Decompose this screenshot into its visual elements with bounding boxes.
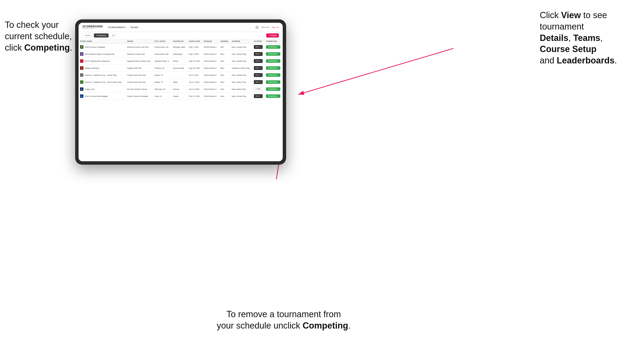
cell-venue: Sahalee Country Club (126, 51, 153, 58)
cell-start: Jan 14, 2024 (188, 86, 202, 93)
competing-button[interactable]: Competing ✓ (266, 59, 280, 63)
cell-competing: Competing ✓ (264, 72, 283, 79)
table-row: I OFCC Fighting Illini Invitational Olym… (78, 58, 283, 65)
cell-hosted: Michigan State (172, 44, 188, 51)
cell-venue: American Dunes Golf Club (126, 44, 153, 51)
edit-button[interactable]: ✏ Edit (254, 87, 262, 91)
cell-city: Lihue, HI (153, 93, 172, 100)
tournaments-table: EVENT NAME VENUE CITY, STATE HOSTED BY S… (78, 39, 283, 100)
col-event-name: EVENT NAME (78, 39, 126, 44)
competing-label-left: Competing (24, 43, 70, 52)
cell-division: NCAA Division I (202, 93, 219, 100)
nav-tournaments[interactable]: TOURNAMENTS (108, 26, 125, 28)
cell-division: NCAA Division I (202, 86, 219, 93)
user-icon (255, 26, 259, 29)
nav-bar: SCOREBOARD Powered by clipp TOURNAMENTS … (78, 23, 283, 32)
table-container: EVENT NAME VENUE CITY, STATE HOSTED BY S… (78, 39, 283, 161)
competing-button[interactable]: Competing ✓ (266, 87, 280, 91)
event-name: Folds of Honor Collegiate (84, 46, 105, 48)
cell-actions: View ⓘ (252, 44, 265, 51)
cell-scoring: team, Stroke Play (230, 44, 252, 51)
cell-scoring: team, Stroke Play (230, 58, 252, 65)
competing-button[interactable]: Competing ✓ (266, 73, 280, 77)
cell-event-name: 🦁 Folds of Honor Collegiate (78, 44, 126, 51)
cell-hosted: ABAC (172, 79, 188, 86)
cell-event-name: I OFCC Fighting Illini Invitational (78, 58, 126, 65)
cell-event-name: H John A. Burns Intercollegiate (78, 93, 126, 100)
cell-division: NCAA Division I (202, 72, 219, 79)
view-button[interactable]: View ⓘ (254, 94, 262, 98)
school-icon: H (80, 94, 84, 98)
filter-all[interactable]: All (110, 33, 117, 37)
table-row: H John A. Burns Intercollegiate Ocean Co… (78, 93, 283, 100)
svg-line-2 (298, 48, 454, 94)
competing-button[interactable]: Competing ✓ (266, 52, 280, 56)
cell-division: NCAA Division I (202, 79, 219, 86)
cell-competing: Competing ✓ (264, 58, 283, 65)
cell-city: Sammamish, WA (153, 51, 172, 58)
cell-city: Phoenix, AZ (153, 65, 172, 72)
cell-scoring: team, Stroke Play (230, 51, 252, 58)
cell-competing: Competing ✓ (264, 79, 283, 86)
col-gender: GENDER (219, 39, 230, 44)
view-button[interactable]: View ⓘ (254, 59, 262, 63)
school-icon: W (80, 52, 84, 56)
nav-user: Test User (261, 26, 270, 28)
cell-scoring: team, Match Play (230, 79, 252, 86)
cell-hosted: Arizona (172, 86, 188, 93)
cell-venue: Trinity Forest Golf Club (126, 72, 153, 79)
logo-area: SCOREBOARD Powered by clipp (82, 25, 103, 29)
cell-gender: Men (219, 93, 230, 100)
cell-actions: View ⓘ (252, 65, 265, 72)
filter-competing[interactable]: Competing (94, 33, 109, 37)
tablet-screen: SCOREBOARD Powered by clipp TOURNAMENTS … (78, 23, 283, 161)
competing-button[interactable]: Competing ✓ (266, 66, 280, 70)
view-button[interactable]: View ⓘ (254, 52, 262, 56)
school-icon: 🍃 (80, 66, 84, 70)
event-name: 2023 Sahalee Players Championship (84, 53, 114, 55)
cell-event-name: W 2023 Sahalee Players Championship (78, 51, 126, 58)
competing-button[interactable]: Competing ✓ (266, 80, 280, 84)
view-button[interactable]: View ⓘ (254, 73, 262, 77)
cell-start: Feb 15, 2024 (188, 93, 202, 100)
cell-city: Dallas, TX (153, 79, 172, 86)
cell-scoring: team, Stroke Play (230, 93, 252, 100)
cell-gender: Men (219, 86, 230, 93)
cell-event-name: 🍃 Papago Individual (78, 65, 126, 72)
table-row: 🦁 Folds of Honor Collegiate American Dun… (78, 44, 283, 51)
cell-hosted: Illinois (172, 58, 188, 65)
event-name: Jackson T. Stephens Cup – Men's Match Pl… (84, 81, 122, 83)
cell-city: Dallas, TX (153, 72, 172, 79)
view-button[interactable]: View ⓘ (254, 45, 262, 49)
cell-hosted: Arizona State (172, 65, 188, 72)
cell-start: Sep 15, 2023 (188, 58, 202, 65)
create-button[interactable]: + Create (266, 33, 279, 37)
cell-hosted: Hawaii (172, 93, 188, 100)
view-button[interactable]: View ⓘ (254, 66, 262, 70)
cell-event-name: ☆ Jackson T. Stephens Cup – Stroke Play (78, 72, 126, 79)
cell-scoring: individual, Stroke Play (230, 65, 252, 72)
cell-actions: ✏ Edit (252, 86, 265, 93)
logo-text: SCOREBOARD (82, 25, 103, 28)
annotation-bottom: To remove a tournament from your schedul… (199, 309, 368, 332)
filter-home[interactable]: Home (82, 33, 93, 37)
col-division: DIVISION (202, 39, 219, 44)
tablet-frame: SCOREBOARD Powered by clipp TOURNAMENTS … (75, 19, 286, 165)
competing-button[interactable]: Competing ✓ (266, 94, 280, 98)
nav-teams[interactable]: TEAMS (130, 26, 138, 28)
event-name: Copper Cup (84, 88, 94, 90)
annotation-top-right: Click View to see tournament Details, Te… (540, 10, 642, 66)
cell-scoring: team, Match Play (230, 86, 252, 93)
school-icon: 🦁 (80, 45, 84, 49)
cell-city: Grand Haven, MI (153, 44, 172, 51)
nav-sign-out[interactable]: Sign out (272, 26, 279, 28)
table-row: ☆ Jackson T. Stephens Cup – Stroke Play … (78, 72, 283, 79)
cell-city: Maricopa, AZ (153, 86, 172, 93)
competing-button[interactable]: Competing ✓ (266, 45, 280, 49)
cell-start: Sep 9, 2023 (188, 51, 202, 58)
view-button[interactable]: View ⓘ (254, 80, 262, 84)
cell-actions: View ⓘ (252, 72, 265, 79)
cell-gender: Men (219, 72, 230, 79)
col-city: CITY, STATE (153, 39, 172, 44)
col-competing: COMPETING (264, 39, 283, 44)
